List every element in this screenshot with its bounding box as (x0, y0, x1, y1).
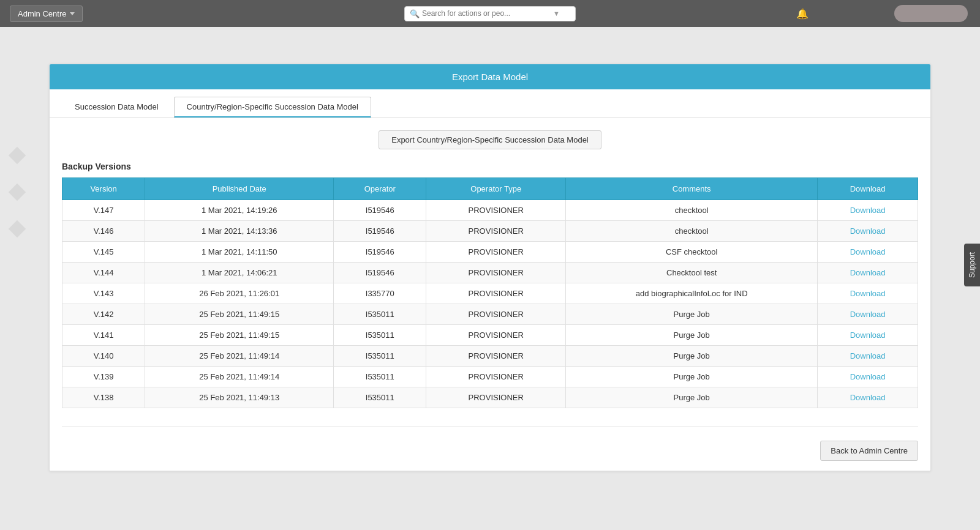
download-link[interactable]: Download (850, 330, 886, 340)
cell-published-date: 25 Feb 2021, 11:49:15 (145, 325, 334, 346)
cell-operator-type: PROVISIONER (426, 387, 566, 408)
cell-download: Download (818, 200, 918, 221)
cell-comments: checktool (566, 200, 818, 221)
main-content: ◇ ↑ ◇ Export Data Model Succession Data … (0, 27, 980, 530)
cell-version: V.143 (62, 283, 145, 304)
cell-comments: add biographicalInfoLoc for IND (566, 283, 818, 304)
topbar: Admin Centre 🔍 ▼ 🔔 (0, 0, 980, 27)
cell-operator-type: PROVISIONER (426, 200, 566, 221)
cell-comments: CSF checktool (566, 242, 818, 263)
cell-operator: I535011 (334, 387, 426, 408)
cell-version: V.142 (62, 304, 145, 325)
cell-version: V.140 (62, 346, 145, 367)
tab-country-region-succession[interactable]: Country/Region-Specific Succession Data … (174, 97, 371, 118)
cell-comments: Purge Job (566, 346, 818, 367)
avatar-area (894, 5, 968, 22)
cell-published-date: 25 Feb 2021, 11:49:15 (145, 304, 334, 325)
search-bar: 🔍 ▼ (404, 6, 576, 21)
cell-operator-type: PROVISIONER (426, 367, 566, 387)
cell-version: V.147 (62, 200, 145, 221)
download-link[interactable]: Download (850, 289, 886, 298)
cell-operator: I519546 (334, 242, 426, 263)
cell-operator: I519546 (334, 221, 426, 242)
cell-download: Download (818, 346, 918, 367)
side-icon-3 (9, 220, 26, 237)
back-to-admin-centre-button[interactable]: Back to Admin Centre (820, 441, 918, 461)
search-input[interactable] (422, 9, 551, 18)
cell-download: Download (818, 221, 918, 242)
cell-operator: I519546 (334, 263, 426, 283)
cell-operator-type: PROVISIONER (426, 304, 566, 325)
table-row: V.141 25 Feb 2021, 11:49:15 I535011 PROV… (62, 325, 918, 346)
download-link[interactable]: Download (850, 372, 886, 381)
cell-published-date: 25 Feb 2021, 11:49:14 (145, 367, 334, 387)
cell-version: V.141 (62, 325, 145, 346)
side-icon-1 (9, 147, 26, 164)
cell-comments: Checktool test (566, 263, 818, 283)
download-link[interactable]: Download (850, 206, 886, 215)
side-icon-2 (9, 184, 26, 201)
table-row: V.147 1 Mar 2021, 14:19:26 I519546 PROVI… (62, 200, 918, 221)
cell-operator: I535011 (334, 304, 426, 325)
cell-download: Download (818, 283, 918, 304)
panel-title: Export Data Model (452, 72, 528, 82)
back-button-area: Back to Admin Centre (50, 433, 930, 471)
backup-versions-title: Backup Versions (62, 162, 918, 171)
cell-operator: I535011 (334, 367, 426, 387)
cell-operator-type: PROVISIONER (426, 346, 566, 367)
cell-comments: Purge Job (566, 325, 818, 346)
table-row: V.145 1 Mar 2021, 14:11:50 I519546 PROVI… (62, 242, 918, 263)
export-button-area: Export Country/Region-Specific Successio… (50, 118, 930, 162)
cell-published-date: 1 Mar 2021, 14:06:21 (145, 263, 334, 283)
download-link[interactable]: Download (850, 226, 886, 236)
panel-divider (62, 427, 918, 427)
tab-succession-data-model[interactable]: Succession Data Model (62, 97, 172, 118)
cell-operator: I335770 (334, 283, 426, 304)
cell-download: Download (818, 263, 918, 283)
support-tab[interactable]: Support (964, 244, 980, 286)
cell-download: Download (818, 242, 918, 263)
cell-version: V.138 (62, 387, 145, 408)
panel-header: Export Data Model (50, 64, 930, 89)
cell-comments: Purge Job (566, 387, 818, 408)
export-button[interactable]: Export Country/Region-Specific Successio… (379, 130, 601, 149)
table-row: V.146 1 Mar 2021, 14:13:36 I519546 PROVI… (62, 221, 918, 242)
cell-published-date: 1 Mar 2021, 14:19:26 (145, 200, 334, 221)
cell-operator: I535011 (334, 325, 426, 346)
search-icon: 🔍 (410, 9, 420, 18)
cell-version: V.145 (62, 242, 145, 263)
col-comments: Comments (566, 178, 818, 200)
table-row: V.140 25 Feb 2021, 11:49:14 I535011 PROV… (62, 346, 918, 367)
download-link[interactable]: Download (850, 310, 886, 319)
admin-centre-button[interactable]: Admin Centre (10, 6, 83, 22)
backup-versions-section: Backup Versions Version Published Date O… (50, 162, 930, 420)
col-published-date: Published Date (145, 178, 334, 200)
cell-operator-type: PROVISIONER (426, 283, 566, 304)
cell-published-date: 1 Mar 2021, 14:13:36 (145, 221, 334, 242)
download-link[interactable]: Download (850, 268, 886, 277)
table-row: V.144 1 Mar 2021, 14:06:21 I519546 PROVI… (62, 263, 918, 283)
cell-version: V.139 (62, 367, 145, 387)
cell-operator-type: PROVISIONER (426, 263, 566, 283)
download-link[interactable]: Download (850, 247, 886, 256)
cell-version: V.144 (62, 263, 145, 283)
cell-published-date: 25 Feb 2021, 11:49:14 (145, 346, 334, 367)
table-row: V.142 25 Feb 2021, 11:49:15 I535011 PROV… (62, 304, 918, 325)
cell-comments: checktool (566, 221, 818, 242)
bell-icon[interactable]: 🔔 (796, 8, 809, 20)
admin-centre-caret-icon (70, 12, 75, 15)
col-operator-type: Operator Type (426, 178, 566, 200)
search-dropdown-icon[interactable]: ▼ (553, 10, 560, 17)
cell-comments: Purge Job (566, 367, 818, 387)
table-row: V.143 26 Feb 2021, 11:26:01 I335770 PROV… (62, 283, 918, 304)
cell-operator: I535011 (334, 346, 426, 367)
cell-version: V.146 (62, 221, 145, 242)
tabs-container: Succession Data Model Country/Region-Spe… (50, 89, 930, 118)
avatar (894, 5, 968, 22)
col-operator: Operator (334, 178, 426, 200)
side-icons (11, 149, 23, 235)
download-link[interactable]: Download (850, 351, 886, 360)
download-link[interactable]: Download (850, 393, 886, 402)
export-panel: Export Data Model Succession Data Model … (49, 64, 931, 471)
cell-operator-type: PROVISIONER (426, 325, 566, 346)
